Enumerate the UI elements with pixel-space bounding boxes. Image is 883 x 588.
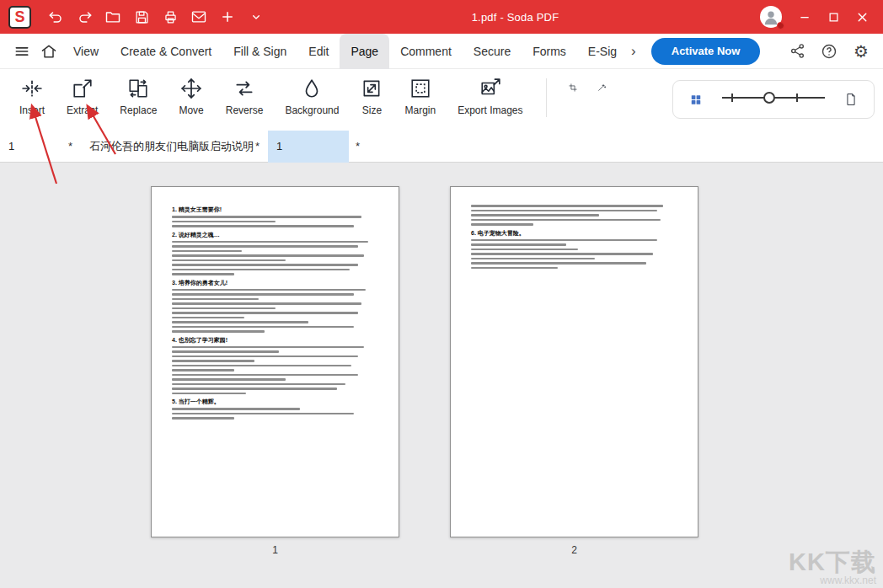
tab-create-convert[interactable]: Create & Convert <box>110 34 222 69</box>
doc-tab-1-modified: * <box>68 140 72 152</box>
save-button[interactable] <box>127 3 156 31</box>
ribbon-size-button[interactable]: Size <box>350 73 393 120</box>
page-text-heading: 5. 当打一个精辉。 <box>172 398 378 405</box>
tab-view[interactable]: View <box>62 34 110 69</box>
ribbon-replace-label: Replace <box>120 104 157 116</box>
page-text-paragraph <box>172 302 378 309</box>
page-text-heading: 2. 说好精灵之魂… <box>172 232 378 238</box>
page-text-paragraph <box>172 312 378 318</box>
email-button[interactable] <box>185 3 213 31</box>
home-button[interactable] <box>35 38 62 65</box>
maximize-button[interactable] <box>819 3 848 31</box>
ribbon-size-label: Size <box>362 104 382 116</box>
deskew-wand-icon <box>597 77 606 99</box>
ribbon-replace-button[interactable]: Replace <box>109 73 168 120</box>
doc-tab-2[interactable]: 石河伦吾的朋友们电脑版启动说明 * <box>81 131 268 163</box>
hamburger-icon <box>13 43 30 60</box>
doc-tab-2-modified: * <box>255 140 260 152</box>
tab-secure[interactable]: Secure <box>463 34 522 69</box>
ribbon-move-button[interactable]: Move <box>168 73 214 120</box>
reverse-pages-icon <box>233 77 255 100</box>
undo-icon <box>48 9 64 25</box>
page-text-paragraph <box>172 383 378 386</box>
ribbon-insert-label: Insert <box>19 104 45 116</box>
main-menu-button[interactable] <box>8 38 35 65</box>
page-text-paragraph <box>172 374 378 381</box>
doc-tab-3-active[interactable]: 1 <box>268 131 349 163</box>
plus-icon <box>220 9 235 24</box>
user-avatar[interactable] <box>760 6 782 28</box>
view-controls <box>672 80 875 119</box>
page-text-paragraph <box>172 216 378 222</box>
tabs-overflow-chevron[interactable]: › <box>628 43 640 60</box>
maximize-icon <box>827 11 840 24</box>
undo-button[interactable] <box>41 3 70 31</box>
page-icon <box>845 90 857 109</box>
ribbon-extract-button[interactable]: Extract <box>56 73 109 120</box>
tab-fill-sign[interactable]: Fill & Sign <box>222 34 297 69</box>
margin-icon <box>409 77 431 100</box>
page-text-paragraph <box>172 346 378 353</box>
doc-tab-3-label: 1 <box>276 140 282 152</box>
add-tool-button[interactable] <box>213 3 242 31</box>
page-text-heading: 3. 培养你的勇者女儿! <box>172 280 378 286</box>
ribbon-separator <box>546 78 547 117</box>
grid-view-icon <box>690 92 702 108</box>
titlebar: S 1.pdf - Soda PDF <box>0 0 883 34</box>
tab-page[interactable]: Page <box>340 34 389 69</box>
crop-button[interactable] <box>559 73 587 102</box>
document-canvas: 1. 精灵女王需要你!2. 说好精灵之魂…3. 培养你的勇者女儿!4. 也别忘了… <box>0 163 883 588</box>
replace-pages-icon <box>127 77 149 100</box>
close-button[interactable] <box>848 3 876 31</box>
page-text-paragraph <box>172 241 378 253</box>
ribbon-margin-button[interactable]: Margin <box>393 73 447 120</box>
tab-comment[interactable]: Comment <box>389 34 463 69</box>
pdf-page-1[interactable]: 1. 精灵女王需要你!2. 说好精灵之魂…3. 培养你的勇者女儿!4. 也别忘了… <box>151 186 399 537</box>
page-text-paragraph <box>471 239 677 246</box>
ribbon-export-images-label: Export Images <box>458 104 522 116</box>
pdf-page-2[interactable]: 6. 电子宠物大冒险。 <box>450 186 698 537</box>
page-text-paragraph <box>172 254 378 261</box>
minimize-button[interactable] <box>790 3 819 31</box>
tab-forms[interactable]: Forms <box>522 34 577 69</box>
ribbon-move-label: Move <box>179 104 203 116</box>
ribbon-reverse-button[interactable]: Reverse <box>215 73 275 120</box>
quick-access-dropdown[interactable] <box>242 3 270 31</box>
activate-now-button[interactable]: Activate Now <box>651 38 761 65</box>
doc-tab-1[interactable]: 1 * <box>0 131 81 163</box>
soda-pdf-logo: S <box>8 6 31 29</box>
thumbnail-view-button[interactable] <box>685 88 707 110</box>
page-text-paragraph <box>172 326 378 333</box>
page-text-paragraph <box>172 355 378 362</box>
print-button[interactable] <box>156 3 185 31</box>
tab-esign[interactable]: E-Sig <box>577 34 628 69</box>
page-text-heading: 4. 也别忘了学习家园! <box>172 337 378 344</box>
ribbon-export-images-button[interactable]: Export Images <box>447 73 533 120</box>
save-icon <box>134 9 150 25</box>
page-text-paragraph <box>172 321 378 323</box>
open-file-button[interactable] <box>99 3 127 31</box>
single-page-view-button[interactable] <box>840 88 862 110</box>
tab-edit[interactable]: Edit <box>297 34 340 69</box>
share-button[interactable] <box>784 38 811 65</box>
watermark-url: www.kkx.net <box>789 575 876 586</box>
document-tabstrip: 1 * 石河伦吾的朋友们电脑版启动说明 * 1 * <box>0 131 883 163</box>
help-button[interactable] <box>816 38 843 65</box>
settings-button[interactable]: ⚙ <box>848 38 875 65</box>
deskew-button[interactable] <box>587 73 616 102</box>
page-2-number: 2 <box>571 544 577 556</box>
ribbon-background-button[interactable]: Background <box>274 73 350 120</box>
doc-tab-3-modified: * <box>349 140 367 152</box>
doc-tab-2-label: 石河伦吾的朋友们电脑版启动说明 <box>89 139 254 154</box>
doc-tab-1-label: 1 <box>8 140 14 152</box>
page-text-paragraph <box>172 225 378 227</box>
ribbon-insert-button[interactable]: Insert <box>8 73 56 120</box>
minimize-icon <box>798 10 811 24</box>
open-folder-icon <box>104 8 121 25</box>
redo-button[interactable] <box>70 3 99 31</box>
background-icon <box>301 77 323 100</box>
zoom-slider[interactable] <box>719 88 828 111</box>
menubar: View Create & Convert Fill & Sign Edit P… <box>0 34 883 69</box>
page-text-paragraph <box>172 388 378 394</box>
redo-icon <box>77 9 93 25</box>
